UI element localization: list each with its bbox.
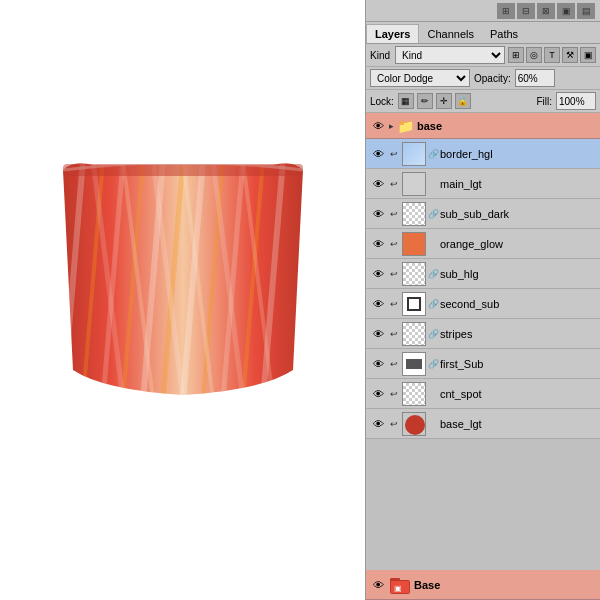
- eye-icon-main-lgt[interactable]: 👁: [370, 176, 386, 192]
- layer-name-second-sub: second_sub: [440, 298, 596, 310]
- eye-icon-second-sub[interactable]: 👁: [370, 296, 386, 312]
- toolbar-icon-2[interactable]: ⊟: [517, 3, 535, 19]
- svg-rect-17: [63, 164, 303, 176]
- tab-layers[interactable]: Layers: [366, 24, 419, 43]
- link-icon-orange-glow: ↩: [388, 236, 400, 252]
- thumb-first-sub: [402, 352, 426, 376]
- lock-label: Lock:: [370, 96, 394, 107]
- filter-icon-3[interactable]: T: [544, 47, 560, 63]
- eye-icon-first-sub[interactable]: 👁: [370, 356, 386, 372]
- layer-row-second-sub[interactable]: 👁 ↩ 🔗 second_sub: [366, 289, 600, 319]
- fill-label: Fill:: [536, 96, 552, 107]
- layers-panel: ⊞ ⊟ ⊠ ▣ ▤ Layers Channels Paths Kind Kin…: [365, 0, 600, 600]
- link-icon-sub-sub-dark: ↩: [388, 206, 400, 222]
- thumb-second-sub: [402, 292, 426, 316]
- link-icon-second-sub: ↩: [388, 296, 400, 312]
- thumb-orange-glow: [402, 232, 426, 256]
- chain-orange-glow: [428, 236, 438, 252]
- group-name: base: [417, 120, 596, 132]
- lock-fill-row: Lock: ▦ ✏ ✛ 🔒 Fill:: [366, 90, 600, 113]
- layer-row-sub-sub-dark[interactable]: 👁 ↩ 🔗 sub_sub_dark: [366, 199, 600, 229]
- base-group-row[interactable]: 👁 ▣ Base: [366, 570, 600, 600]
- eye-icon-sub-sub-dark[interactable]: 👁: [370, 206, 386, 222]
- layer-row-stripes[interactable]: 👁 ↩ 🔗 stripes: [366, 319, 600, 349]
- lock-all-icon[interactable]: 🔒: [455, 93, 471, 109]
- thumb-sub-sub-dark: [402, 202, 426, 226]
- filter-icon-2[interactable]: ◎: [526, 47, 542, 63]
- group-row-base[interactable]: 👁 ▸ 📁 base: [366, 113, 600, 139]
- group-eye-icon[interactable]: 👁: [370, 118, 386, 134]
- layer-row-orange-glow[interactable]: 👁 ↩ orange_glow: [366, 229, 600, 259]
- tabs-row: Layers Channels Paths: [366, 22, 600, 44]
- thumb-cnt-spot: [402, 382, 426, 406]
- chain-first-sub: 🔗: [428, 356, 438, 372]
- link-icon-first-sub: ↩: [388, 356, 400, 372]
- link-icon-main-lgt: ↩: [388, 176, 400, 192]
- toolbar-icon-1[interactable]: ⊞: [497, 3, 515, 19]
- eye-icon-sub-hlg[interactable]: 👁: [370, 266, 386, 282]
- link-icon-border-hgl: ↩: [388, 146, 400, 162]
- group-folder-icon: 📁: [397, 118, 414, 134]
- layer-row-base-lgt[interactable]: 👁 ↩ base_lgt: [366, 409, 600, 439]
- toolbar-icon-3[interactable]: ⊠: [537, 3, 555, 19]
- canvas-area: ⇧ ⇧ Paint Here: [0, 0, 365, 600]
- chain-main-lgt: [428, 176, 438, 192]
- layer-name-stripes: stripes: [440, 328, 596, 340]
- layer-name-first-sub: first_Sub: [440, 358, 596, 370]
- cupcake-image: [33, 140, 333, 420]
- chain-second-sub: 🔗: [428, 296, 438, 312]
- blend-mode-dropdown[interactable]: Color Dodge Normal Multiply Screen Overl…: [370, 69, 470, 87]
- blend-opacity-row: Color Dodge Normal Multiply Screen Overl…: [366, 67, 600, 90]
- eye-icon-cnt-spot[interactable]: 👁: [370, 386, 386, 402]
- base-group-eye-icon[interactable]: 👁: [370, 577, 386, 593]
- kind-dropdown[interactable]: Kind: [395, 46, 505, 64]
- link-icon-sub-hlg: ↩: [388, 266, 400, 282]
- thumb-base-lgt: [402, 412, 426, 436]
- search-row: Kind Kind ⊞ ◎ T ⚒ ▣: [366, 44, 600, 67]
- base-group-name: Base: [414, 579, 596, 591]
- tab-channels[interactable]: Channels: [419, 24, 481, 43]
- layer-row-cnt-spot[interactable]: 👁 ↩ cnt_spot: [366, 379, 600, 409]
- eye-icon-stripes[interactable]: 👁: [370, 326, 386, 342]
- thumb-stripes: [402, 322, 426, 346]
- eye-icon-base-lgt[interactable]: 👁: [370, 416, 386, 432]
- layer-row-first-sub[interactable]: 👁 ↩ 🔗 first_Sub: [366, 349, 600, 379]
- layer-name-orange-glow: orange_glow: [440, 238, 596, 250]
- filter-icon-1[interactable]: ⊞: [508, 47, 524, 63]
- thumb-main-lgt: [402, 172, 426, 196]
- filter-icon-4[interactable]: ⚒: [562, 47, 578, 63]
- chain-sub-sub-dark: 🔗: [428, 206, 438, 222]
- layer-name-sub-sub-dark: sub_sub_dark: [440, 208, 596, 220]
- base-folder-icon: ▣: [389, 574, 411, 596]
- thumb-sub-hlg: [402, 262, 426, 286]
- toolbar-icon-4[interactable]: ▣: [557, 3, 575, 19]
- kind-label: Kind: [370, 50, 390, 61]
- chain-cnt-spot: [428, 386, 438, 402]
- lock-paint-icon[interactable]: ✏: [417, 93, 433, 109]
- opacity-input[interactable]: [515, 69, 555, 87]
- tab-paths[interactable]: Paths: [482, 24, 526, 43]
- lock-transparent-icon[interactable]: ▦: [398, 93, 414, 109]
- layer-name-main-lgt: main_lgt: [440, 178, 596, 190]
- eye-icon-orange-glow[interactable]: 👁: [370, 236, 386, 252]
- opacity-label: Opacity:: [474, 73, 511, 84]
- link-icon-cnt-spot: ↩: [388, 386, 400, 402]
- link-icon-base-lgt: ↩: [388, 416, 400, 432]
- filter-icon-5[interactable]: ▣: [580, 47, 596, 63]
- toolbar-icon-5[interactable]: ▤: [577, 3, 595, 19]
- group-arrow-icon[interactable]: ▸: [389, 121, 394, 131]
- layer-row-sub-hlg[interactable]: 👁 ↩ 🔗 sub_hlg: [366, 259, 600, 289]
- svg-text:▣: ▣: [394, 584, 402, 593]
- top-toolbar: ⊞ ⊟ ⊠ ▣ ▤: [366, 0, 600, 22]
- chain-stripes: 🔗: [428, 326, 438, 342]
- layer-row-main-lgt[interactable]: 👁 ↩ main_lgt: [366, 169, 600, 199]
- chain-base-lgt: [428, 416, 438, 432]
- fill-input[interactable]: [556, 92, 596, 110]
- layer-row-border-hgl[interactable]: 👁 ↩ 🔗 border_hgl: [366, 139, 600, 169]
- layers-list: 👁 ↩ 🔗 border_hgl 👁 ↩ main_lgt 👁 ↩: [366, 139, 600, 570]
- layer-name-cnt-spot: cnt_spot: [440, 388, 596, 400]
- eye-icon-border-hgl[interactable]: 👁: [370, 146, 386, 162]
- layer-name-border-hgl: border_hgl: [440, 148, 596, 160]
- lock-move-icon[interactable]: ✛: [436, 93, 452, 109]
- chain-sub-hlg: 🔗: [428, 266, 438, 282]
